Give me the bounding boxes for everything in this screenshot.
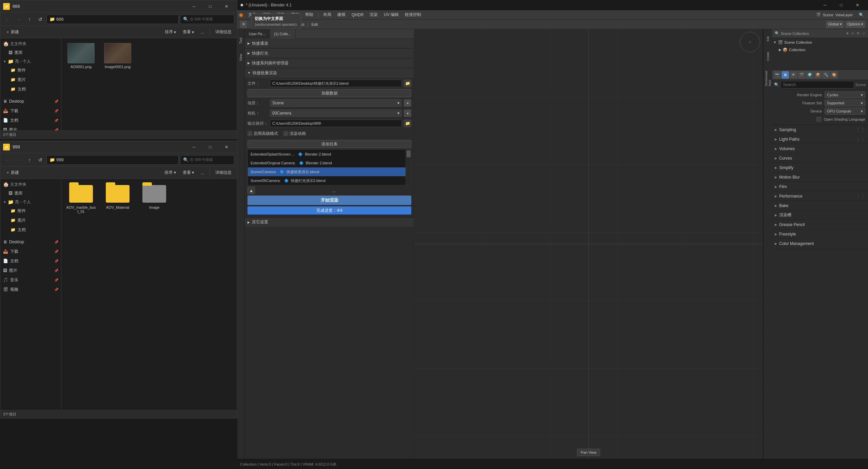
sidebar-pics-1[interactable]: 📁 图片 <box>0 75 61 84</box>
workspace-uv[interactable]: UV 编辑 <box>381 11 401 19</box>
sidebar-desktop-2[interactable]: 🖥 Desktop 📌 <box>0 237 61 247</box>
address-bar-1[interactable]: 📁 666 <box>46 15 179 24</box>
quick-batch-header[interactable]: ▼ 快捷批量渲染 <box>245 68 414 78</box>
curves-section-header[interactable]: ▶ Curves <box>772 154 868 163</box>
film-section-header[interactable]: ▶ Film <box>772 182 868 191</box>
sidebar-download-1[interactable]: 📥 下载 📌 <box>0 106 61 116</box>
simplify-section-header[interactable]: ▶ Simplify <box>772 163 868 172</box>
options-btn[interactable]: Options ▾ <box>845 21 865 28</box>
sidebar-attach-1[interactable]: 📁 附件 <box>0 65 61 75</box>
forward-btn-2[interactable]: → <box>14 155 23 165</box>
sidebar-music-2[interactable]: 🎵 音乐 📌 <box>0 275 61 285</box>
prop-icon-view[interactable]: 👁 <box>790 71 797 79</box>
file-browse-btn[interactable]: 📁 <box>404 80 411 87</box>
outliner-collection[interactable]: ▶ 📦 Collection <box>772 46 868 54</box>
sidebar-desktop-1[interactable]: 🖥 Desktop 📌 <box>0 97 61 106</box>
details-btn-2[interactable]: 详细信息 <box>213 168 234 177</box>
file-list-item-3[interactable]: Scene/00Camera: 🔷 快捷灯光演示2.blend <box>248 176 411 185</box>
sidebar-download-2[interactable]: 📥 下载 📌 <box>0 247 61 256</box>
grease-pencil-section-header[interactable]: ▶ Grease Pencil <box>772 220 868 229</box>
edit-side-tab[interactable]: Edit <box>764 30 772 47</box>
sidebar-image-1[interactable]: 🖼 图片 📌 <box>0 125 61 130</box>
open-shading-checkbox[interactable] <box>816 117 821 122</box>
tab-collection[interactable]: (1) Colle... <box>270 29 296 39</box>
view-btn-2[interactable]: 查看 ▾ <box>180 168 197 177</box>
file-item-aov-material[interactable]: AOV_Material <box>101 182 135 216</box>
sidebar-image-2[interactable]: 🖼 图片 📌 <box>0 266 61 275</box>
pan-view-btn[interactable]: Pan View <box>577 449 600 456</box>
tab-user-prefs[interactable]: User Pe... <box>245 29 270 39</box>
file-path-display[interactable]: C:\Users\81256\Desktop\快捷灯光演示2.blend <box>270 80 402 87</box>
close-btn-1[interactable]: ✕ <box>219 0 234 13</box>
outliner-scene-collection[interactable]: ▼ 🎬 Scene Collection <box>772 39 868 46</box>
bake-section-header[interactable]: ▶ Bake <box>772 201 868 210</box>
more-btn-1[interactable]: ... <box>198 28 207 37</box>
sidebar-gallery-2[interactable]: 🖼 图库 <box>0 188 61 198</box>
maximize-btn-1[interactable]: □ <box>202 0 218 13</box>
quick-plugin-header[interactable]: ▶ 快捷系列插件管理器 <box>245 58 414 68</box>
motion-blur-section-header[interactable]: ▶ Motion Blur <box>772 172 868 182</box>
sampling-section-header[interactable]: ▶ Sampling ⋮⋮ <box>772 125 868 135</box>
workspace-layout[interactable]: 布局 <box>320 11 334 19</box>
sidebar-pics-2[interactable]: 📁 图片 <box>0 216 61 225</box>
up-btn-1[interactable]: ↑ <box>25 15 34 24</box>
details-btn-1[interactable]: 详细信息 <box>213 28 234 37</box>
advanced-mode-checkbox[interactable] <box>248 131 252 136</box>
advanced-mode-toggle[interactable]: 启用高级模式 <box>248 131 278 137</box>
search-bar-1[interactable]: 🔍 在 666 中搜索 <box>180 15 234 24</box>
sidebar-attach-2[interactable]: 📁 附件 <box>0 206 61 216</box>
prop-icon-material[interactable]: 🎨 <box>830 71 838 79</box>
close-btn-2[interactable]: ✕ <box>219 141 234 153</box>
back-btn-2[interactable]: ← <box>3 155 13 165</box>
create-side-tab[interactable]: Create <box>764 48 772 65</box>
sidebar-gallery-1[interactable]: 🖼 图库 <box>0 48 61 57</box>
blender-maximize-btn[interactable]: □ <box>833 0 849 11</box>
camera-dropdown[interactable]: 00Camera ▾ <box>270 109 402 117</box>
performance-section-header[interactable]: ▶ Performance ⋮⋮ <box>772 191 868 201</box>
tool-tab[interactable]: Tool <box>239 30 243 51</box>
prop-icon-output[interactable]: 🖥 <box>782 71 789 79</box>
scene-arrow-btn[interactable]: ▾ <box>404 99 411 107</box>
color-mgmt-section-header[interactable]: ▶ Color Management <box>772 239 868 248</box>
start-render-btn[interactable]: 开始渲染 <box>248 196 411 205</box>
sidebar-video-2[interactable]: 🎬 视频 📌 <box>0 285 61 294</box>
blender-minimize-btn[interactable]: ─ <box>817 0 833 11</box>
device-dropdown[interactable]: GPU Compute ▾ <box>825 108 865 115</box>
workspace-render2[interactable]: 渲染 <box>367 11 380 19</box>
new-btn-2[interactable]: ＋新建 <box>3 168 22 177</box>
maximize-btn-2[interactable]: □ <box>202 141 218 153</box>
camera-arrow-btn[interactable]: ▾ <box>404 109 411 117</box>
other-settings-header[interactable]: ▶ 其它设置 <box>245 217 414 227</box>
prop-icon-world[interactable]: 🌍 <box>806 71 813 79</box>
file-list-item-1[interactable]: Extended/Original Camera: 🔷 Blender 2.bl… <box>248 159 411 167</box>
sidebar-document-1[interactable]: 📄 文档 📌 <box>0 116 61 125</box>
new-btn-1[interactable]: ＋新建 <box>3 28 22 37</box>
workspace-modeling[interactable]: 建模 <box>335 11 348 19</box>
render-anim-checkbox[interactable] <box>283 131 288 136</box>
light-paths-section-header[interactable]: ▶ Light Paths ⋮⋮ <box>772 135 868 144</box>
quick-light-header[interactable]: ▶ 快捷灯光 <box>245 48 414 58</box>
props-search-input[interactable] <box>781 81 854 88</box>
sort-btn-1[interactable]: 排序 ▾ <box>162 28 179 37</box>
output-browse-btn[interactable]: 📁 <box>404 120 411 127</box>
sidebar-personal-1[interactable]: ▼ 📁 亮 - 个人 <box>0 57 61 65</box>
file-list-item-0[interactable]: Extended/SplashScreen ... 🔷 Blender 2.bl… <box>248 150 411 159</box>
view-tab[interactable]: View <box>239 51 243 64</box>
feature-set-dropdown[interactable]: Supported ▾ <box>825 100 865 106</box>
sidebar-home-2[interactable]: 🏠 主文件夹 <box>0 180 61 188</box>
sidebar-section-home-1[interactable]: 🏠 主文件夹 <box>0 40 61 48</box>
edit-toggle-btn[interactable]: Edit <box>310 21 320 28</box>
screencast-tab[interactable]: Screencast keys <box>764 66 772 86</box>
refresh-btn-2[interactable]: ↺ <box>36 155 45 165</box>
back-btn-1[interactable]: ← <box>3 15 13 24</box>
up-btn-2[interactable]: ↑ <box>25 155 34 165</box>
file-item-ao0001[interactable]: AO0001.png <box>64 41 98 71</box>
scrollbar[interactable] <box>406 150 411 185</box>
render-animation-toggle[interactable]: 渲染动画 <box>283 131 306 137</box>
sidebar-docs-2[interactable]: 📁 文档 <box>0 225 61 234</box>
file-item-image[interactable]: Image <box>137 182 171 216</box>
address-bar-2[interactable]: 📁 999 <box>46 155 179 165</box>
file-item-image0001[interactable]: Image0001.png <box>101 41 135 71</box>
freestyle-section-header[interactable]: ▶ Freestyle <box>772 229 868 239</box>
quick-access-header[interactable]: ▶ 快捷通道 <box>245 39 414 48</box>
